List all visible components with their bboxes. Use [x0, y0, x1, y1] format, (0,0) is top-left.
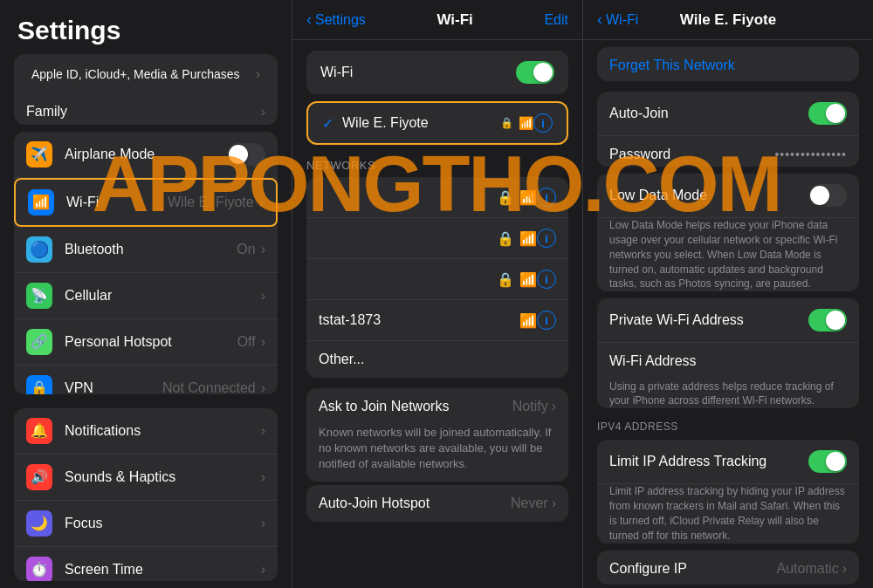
airplane-mode-item[interactable]: ✈️ Airplane Mode — [14, 132, 278, 178]
hotspot-value: Off — [237, 334, 256, 350]
auto-join-toggle[interactable] — [808, 102, 847, 125]
network-item-other[interactable]: Other... — [306, 341, 568, 378]
mid-nav-back[interactable]: ‹ Settings — [306, 10, 366, 29]
configure-ip-group: Configure IP Automatic › — [597, 550, 859, 585]
auto-join-group: Auto-Join Password •••••••••••••• — [597, 92, 859, 167]
ask-join-val-text: Notify — [512, 399, 548, 414]
forget-network-group: Forget This Network — [597, 47, 859, 81]
net-info-btn-1[interactable]: i — [537, 188, 556, 207]
vpn-label: VPN — [65, 380, 162, 394]
notifications-label: Notifications — [65, 423, 261, 439]
password-row[interactable]: Password •••••••••••••• — [597, 136, 859, 167]
ask-join-chevron: › — [552, 399, 556, 414]
focus-item[interactable]: 🌙 Focus › — [14, 501, 278, 547]
wifi-toggle[interactable] — [516, 61, 554, 84]
screentime-chevron: › — [261, 562, 265, 578]
vpn-value: Not Connected — [162, 380, 256, 394]
low-data-toggle[interactable] — [808, 184, 847, 207]
low-data-row[interactable]: Low Data Mode — [597, 174, 859, 218]
ask-join-desc: Known networks will be joined automatica… — [306, 425, 568, 482]
hotspot-item[interactable]: 🔗 Personal Hotspot Off › — [14, 319, 278, 366]
profile-label: Apple ID, iCloud+, Media & Purchases — [31, 67, 240, 81]
sounds-item[interactable]: 🔊 Sounds & Haptics › — [14, 455, 278, 501]
vpn-item[interactable]: 🔒 VPN Not Connected › — [14, 366, 278, 394]
mid-nav-edit[interactable]: Edit — [544, 12, 568, 28]
network-info-button[interactable]: i — [533, 113, 553, 133]
wifi-icon-3: 📶 — [519, 271, 537, 288]
wifi-chevron: › — [259, 195, 264, 210]
profile-row[interactable]: Apple ID, iCloud+, Media & Purchases › — [14, 54, 278, 94]
ask-join-value[interactable]: Notify › — [512, 399, 556, 414]
profile-group: Apple ID, iCloud+, Media & Purchases › F… — [14, 54, 278, 125]
limit-ip-row[interactable]: Limit IP Address Tracking — [597, 440, 859, 484]
ipv4-section-label: IPV4 ADDRESS — [583, 412, 873, 436]
right-nav-bar: ‹ Wi-Fi Wile E. Fiyote — [583, 0, 873, 40]
cellular-item[interactable]: 📡 Cellular › — [14, 273, 278, 319]
wifi-address-row: Wi-Fi Address — [597, 343, 859, 379]
notifications-item[interactable]: 🔔 Notifications › — [14, 408, 278, 455]
auto-join-value: Never › — [511, 496, 556, 511]
vpn-chevron: › — [261, 380, 265, 394]
networks-list: 🔒 📶 i 🔒 📶 i 🔒 📶 i tstat-1873 📶 — [306, 177, 568, 378]
family-row[interactable]: Family › — [14, 94, 278, 125]
low-data-label: Low Data Mode — [609, 188, 707, 203]
lock-icon-2: 🔒 — [497, 230, 514, 247]
configure-ip-value: Automatic › — [777, 561, 847, 577]
connected-network-name: Wile E. Fiyote — [342, 115, 500, 131]
family-chevron: › — [261, 104, 265, 120]
net-name-other: Other... — [319, 352, 556, 367]
wifi-item[interactable]: 📶 Wi-Fi Wile E. Fiyote › — [14, 178, 278, 227]
net-info-btn-3[interactable]: i — [537, 270, 556, 289]
profile-chevron: › — [256, 66, 260, 82]
networks-section-label: NETWORKS — [292, 148, 582, 177]
right-back-chevron-icon: ‹ — [597, 10, 602, 29]
auto-join-chevron: › — [552, 496, 556, 511]
vpn-icon: 🔒 — [26, 375, 52, 394]
lock-icon-1: 🔒 — [497, 189, 514, 206]
configure-ip-row[interactable]: Configure IP Automatic › — [597, 550, 859, 585]
airplane-icon: ✈️ — [26, 141, 52, 168]
mid-nav-back-label: Settings — [315, 12, 366, 28]
mid-panel: ‹ Settings Wi-Fi Edit Wi-Fi ✓ Wile E. Fi… — [292, 0, 582, 588]
wifi-icon-1: 📶 — [519, 189, 537, 206]
auto-join-detail-row[interactable]: Auto-Join — [597, 92, 859, 136]
auto-join-val-text: Never — [511, 496, 548, 511]
private-group: Private Wi-Fi Address Wi-Fi Address Usin… — [597, 298, 859, 409]
sounds-icon: 🔊 — [26, 464, 52, 490]
sounds-label: Sounds & Haptics — [65, 469, 261, 485]
net-info-btn-2[interactable]: i — [537, 229, 556, 248]
bluetooth-item[interactable]: 🔵 Bluetooth On › — [14, 227, 278, 273]
network-item-2[interactable]: 🔒 📶 i — [306, 218, 568, 259]
net-info-btn-tstat[interactable]: i — [537, 311, 556, 330]
private-wifi-toggle[interactable] — [808, 309, 847, 332]
notifications-chevron: › — [261, 423, 265, 439]
wifi-icon-2: 📶 — [519, 230, 537, 247]
limit-ip-toggle[interactable] — [808, 450, 847, 473]
wifi-label: Wi-Fi — [66, 195, 168, 210]
screentime-item[interactable]: ⏱️ Screen Time › — [14, 547, 278, 581]
network-item-1[interactable]: 🔒 📶 i — [306, 177, 568, 218]
right-nav-title: Wile E. Fiyote — [680, 11, 776, 29]
connected-network-row[interactable]: ✓ Wile E. Fiyote 🔒 📶 i — [306, 101, 568, 145]
forget-network-row[interactable]: Forget This Network — [597, 47, 859, 81]
lock-icon-3: 🔒 — [497, 271, 514, 288]
hotspot-icon: 🔗 — [26, 329, 52, 355]
hotspot-chevron: › — [261, 334, 265, 350]
private-wifi-row[interactable]: Private Wi-Fi Address — [597, 298, 859, 343]
private-desc: Using a private address helps reduce tra… — [597, 379, 859, 409]
airplane-label: Airplane Mode — [65, 147, 227, 162]
network-icons: 🔒 📶 — [500, 116, 533, 130]
ask-join-row[interactable]: Ask to Join Networks Notify › — [306, 388, 568, 425]
auto-join-hotspot-row[interactable]: Auto-Join Hotspot Never › — [306, 485, 568, 522]
right-nav-back[interactable]: ‹ Wi-Fi — [597, 10, 638, 29]
wifi-address-label: Wi-Fi Address — [609, 353, 697, 369]
mid-nav-title: Wi-Fi — [436, 11, 472, 29]
network-item-tstat[interactable]: tstat-1873 📶 i — [306, 300, 568, 341]
sounds-chevron: › — [261, 469, 265, 485]
wifi-toggle-row: Wi-Fi — [306, 51, 568, 94]
wifi-toggle-thumb — [533, 63, 553, 82]
airplane-toggle[interactable] — [227, 143, 265, 166]
cellular-label: Cellular — [65, 288, 261, 304]
network-item-3[interactable]: 🔒 📶 i — [306, 259, 568, 300]
toggle-thumb — [229, 145, 248, 164]
